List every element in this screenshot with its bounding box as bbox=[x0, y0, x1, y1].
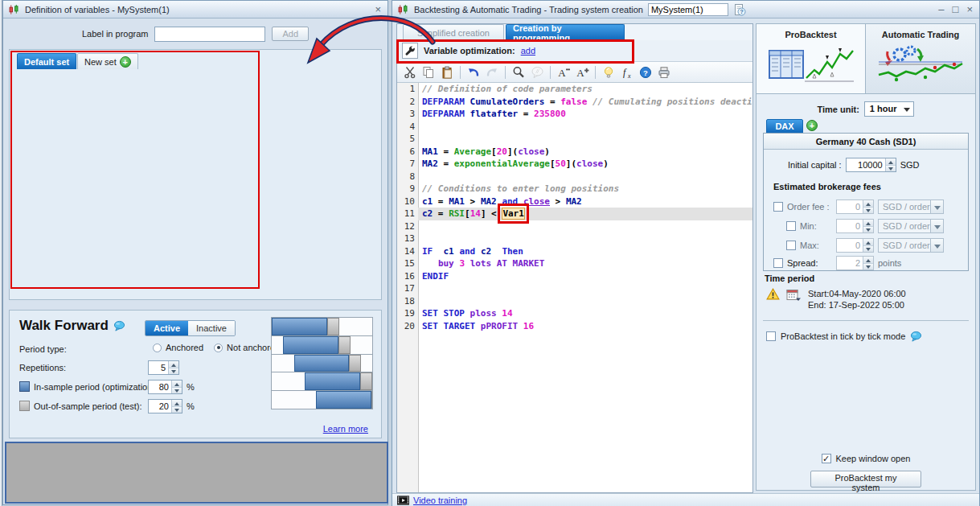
video-training-link[interactable]: Video training bbox=[413, 496, 467, 505]
calendar-icon[interactable] bbox=[786, 288, 802, 302]
toolbar-help-button[interactable]: ? bbox=[638, 64, 654, 80]
spread-stepper[interactable]: 2 bbox=[836, 256, 874, 270]
spin-up-icon[interactable] bbox=[172, 381, 182, 388]
wrench-icon bbox=[404, 45, 416, 56]
code-line: 9// Conditions to enter long positions bbox=[397, 183, 752, 195]
toolbar-font-increase-button[interactable]: A bbox=[574, 64, 590, 80]
system-name-input[interactable] bbox=[648, 3, 728, 16]
maximize-button[interactable]: □ bbox=[951, 4, 961, 14]
keep-window-checkbox[interactable]: ✓ bbox=[822, 454, 831, 463]
spin-up-icon[interactable] bbox=[172, 400, 182, 407]
tab-default-set[interactable]: Default set bbox=[17, 53, 76, 69]
in-sample-stepper[interactable]: 80 bbox=[148, 380, 182, 394]
tab-creation-by-programming[interactable]: Creation by programming bbox=[506, 24, 625, 40]
spin-up-icon[interactable] bbox=[863, 220, 873, 227]
min-fee-unit-select[interactable]: SGD / order bbox=[878, 219, 944, 233]
min-fee-checkbox[interactable] bbox=[786, 221, 796, 231]
walk-forward-active-button[interactable]: Active bbox=[146, 321, 188, 335]
code-text: // Conditions to enter long positions bbox=[418, 183, 752, 195]
spin-up-icon[interactable] bbox=[863, 257, 873, 264]
toolbar-cut-button[interactable] bbox=[402, 64, 418, 80]
right-window-close-button[interactable]: × bbox=[965, 4, 974, 14]
help-document-icon[interactable]: ? bbox=[733, 3, 746, 16]
tab-automatic-trading[interactable]: Automatic Trading bbox=[866, 24, 975, 94]
line-number: 6 bbox=[397, 146, 418, 158]
walk-forward-help-bubble-icon[interactable] bbox=[113, 320, 125, 331]
tick-mode-help-bubble-icon[interactable] bbox=[910, 331, 922, 342]
spin-up-icon[interactable] bbox=[863, 239, 873, 246]
time-period-end: End: 17-Sep-2022 05:00 bbox=[808, 299, 906, 311]
spin-down-icon[interactable] bbox=[863, 227, 873, 233]
time-unit-row: Time unit: 1 hour bbox=[757, 101, 975, 117]
left-window-title: Definition of variables - MySystem(1) bbox=[25, 5, 170, 14]
not-anchored-radio[interactable] bbox=[214, 344, 223, 352]
toolbar-undo-button[interactable] bbox=[465, 64, 482, 80]
spin-down-icon[interactable] bbox=[863, 264, 873, 270]
initial-capital-row: Initial capital : 10000 SGD bbox=[788, 158, 920, 172]
code-line: 11c2 = RSI[14] < Var1 bbox=[397, 208, 752, 220]
order-fee-stepper[interactable]: 0 bbox=[836, 200, 874, 214]
order-fee-unit-select[interactable]: SGD / order bbox=[878, 200, 944, 214]
toolbar-font-decrease-button[interactable]: A bbox=[556, 64, 572, 80]
code-token: buy bbox=[438, 258, 454, 269]
spin-down-icon[interactable] bbox=[863, 246, 873, 253]
order-fee-checkbox[interactable] bbox=[773, 202, 783, 212]
out-sample-bar bbox=[327, 318, 339, 335]
code-token: = bbox=[438, 146, 454, 157]
period-type-options: Anchored Not anchored bbox=[153, 343, 280, 352]
toolbar-search-button[interactable] bbox=[511, 64, 527, 80]
toolbar-paste-button[interactable] bbox=[439, 64, 455, 80]
left-window-close-button[interactable]: × bbox=[373, 4, 383, 14]
code-token: SET STOP bbox=[422, 308, 470, 319]
tick-mode-checkbox[interactable] bbox=[766, 331, 776, 341]
time-unit-select[interactable]: 1 hour bbox=[864, 101, 915, 117]
spin-down-icon[interactable] bbox=[172, 388, 182, 394]
max-fee-checkbox[interactable] bbox=[786, 241, 796, 250]
out-sample-stepper[interactable]: 20 bbox=[148, 399, 182, 413]
svg-text:?: ? bbox=[740, 8, 744, 15]
out-sample-row-label: Out-of-sample period (test): bbox=[19, 401, 142, 411]
spin-up-icon[interactable] bbox=[863, 200, 873, 208]
anchored-radio[interactable] bbox=[153, 344, 162, 352]
toolbar-print-button[interactable] bbox=[656, 64, 672, 80]
max-fee-unit-select[interactable]: SGD / order bbox=[878, 238, 944, 253]
out-sample-bar bbox=[338, 336, 351, 354]
repetitions-stepper[interactable]: 5 bbox=[148, 360, 179, 375]
code-token: = bbox=[433, 208, 449, 219]
toolbar-redo-button[interactable] bbox=[484, 64, 500, 80]
tab-probacktest[interactable]: ProBacktest bbox=[757, 24, 866, 94]
toolbar-fx-button[interactable]: fx bbox=[619, 64, 635, 80]
learn-more-link[interactable]: Learn more bbox=[323, 424, 368, 434]
spread-checkbox[interactable] bbox=[773, 258, 783, 268]
tab-simplified-creation[interactable]: Simplified creation bbox=[403, 24, 504, 40]
spin-up-icon[interactable] bbox=[169, 361, 178, 368]
automatic-trading-icon bbox=[877, 44, 964, 83]
initial-capital-stepper[interactable]: 10000 bbox=[846, 158, 896, 172]
order-fee-row: Order fee : 0 SGD / order bbox=[773, 200, 944, 214]
add-instrument-icon[interactable]: + bbox=[806, 120, 818, 131]
label-in-program-input[interactable] bbox=[154, 27, 265, 42]
spin-down-icon[interactable] bbox=[172, 407, 182, 413]
code-editor[interactable]: 1// Definition of code parameters2DEFPAR… bbox=[397, 83, 752, 492]
add-variable-button[interactable]: Add bbox=[272, 27, 309, 41]
tab-instrument-dax[interactable]: DAX bbox=[766, 119, 803, 134]
variable-optimization-button[interactable] bbox=[402, 43, 418, 59]
tab-new-set[interactable]: New set + bbox=[77, 53, 138, 69]
code-text bbox=[418, 220, 752, 233]
toolbar-bulb-button[interactable] bbox=[601, 64, 617, 80]
spin-down-icon[interactable] bbox=[169, 368, 178, 375]
max-fee-stepper[interactable]: 0 bbox=[836, 238, 874, 253]
toolbar-comment-button[interactable]: // bbox=[529, 64, 545, 80]
toolbar-copy-button[interactable] bbox=[420, 64, 437, 80]
variable-optimization-add-link[interactable]: add bbox=[521, 46, 535, 56]
spin-down-icon[interactable] bbox=[886, 166, 896, 172]
spin-up-icon[interactable] bbox=[886, 158, 896, 166]
highlighted-token-var1: Var1 bbox=[502, 208, 525, 220]
min-fee-stepper[interactable]: 0 bbox=[836, 219, 874, 233]
code-token: // Cumulating positions deactivated bbox=[587, 97, 752, 107]
add-set-icon[interactable]: + bbox=[120, 56, 131, 68]
spin-down-icon[interactable] bbox=[863, 208, 873, 214]
minimize-button[interactable]: – bbox=[937, 4, 945, 14]
walk-forward-inactive-button[interactable]: Inactive bbox=[188, 321, 235, 335]
probacktest-my-system-button[interactable]: ProBacktest my system bbox=[810, 471, 921, 487]
